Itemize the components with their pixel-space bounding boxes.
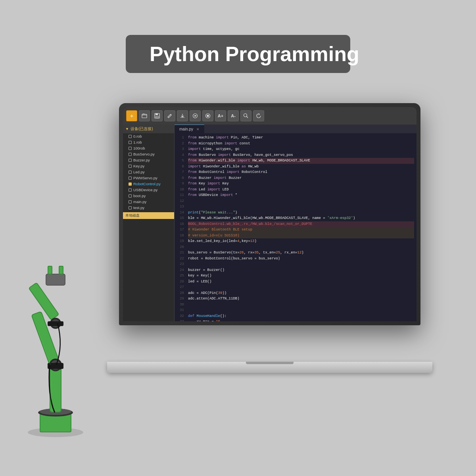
file-panel: ▼ 设备(已连接) 0.rob 1.rob 100rob bbox=[123, 125, 175, 321]
ide-main-area: ▼ 设备(已连接) 0.rob 1.rob 100rob bbox=[123, 125, 416, 321]
toolbar-download-btn[interactable] bbox=[177, 110, 188, 121]
code-line-27 bbox=[188, 284, 414, 290]
file-item-buzzer[interactable]: Buzzer.py bbox=[123, 157, 174, 163]
svg-rect-3 bbox=[156, 116, 158, 118]
toolbar-edit-btn[interactable] bbox=[164, 110, 175, 121]
code-tab-main[interactable]: main.py ✕ bbox=[175, 125, 204, 133]
svg-rect-6 bbox=[207, 115, 209, 117]
code-line-8: from Buzzer import Buzzer bbox=[188, 175, 414, 181]
code-line-22: robot = RobotControl(bus_servo = bus_ser… bbox=[188, 256, 414, 262]
robot-arm-svg bbox=[12, 246, 99, 444]
code-line-24: buzzer = Buzzer() bbox=[188, 267, 414, 273]
code-editor[interactable]: main.py ✕ 12345678910 111213141516171819… bbox=[175, 125, 416, 321]
screen-bezel: + A+ A- bbox=[123, 107, 416, 321]
file-icon bbox=[129, 206, 132, 209]
code-line-25: key = Key() bbox=[188, 273, 414, 279]
device-label: 设备(已连接) bbox=[131, 126, 153, 132]
line-numbers: 12345678910 11121314151617181920 2122232… bbox=[175, 133, 186, 321]
code-line-14: print("Please wait...") bbox=[188, 210, 414, 216]
code-line-30 bbox=[188, 302, 414, 308]
title-banner: Python Programming bbox=[126, 35, 350, 73]
file-icon bbox=[129, 147, 132, 150]
toolbar-search-btn[interactable] bbox=[240, 110, 251, 121]
local-folder-label: 本地磁盘 bbox=[123, 212, 174, 219]
code-line-17: # Hiwonder Bluetooth BLE setup bbox=[188, 227, 414, 233]
file-icon bbox=[129, 177, 132, 180]
code-line-18: # version_id=v(u SU1S10) bbox=[188, 233, 414, 239]
toolbar-open-btn[interactable] bbox=[139, 110, 150, 121]
code-line-16: BOOL_RobotControl.wb_ble_.rx_/HW_wb.ble_… bbox=[188, 221, 414, 227]
file-item-100rob[interactable]: 100rob bbox=[123, 145, 174, 151]
toolbar-refresh-btn[interactable] bbox=[253, 110, 264, 121]
file-item-key[interactable]: Key.py bbox=[123, 163, 174, 169]
svg-rect-34 bbox=[48, 321, 63, 326]
code-line-5: from Hiwonder.wifi_ble import HW_wb, MOD… bbox=[188, 158, 414, 164]
code-line-11: from USBDevice import * bbox=[188, 192, 414, 198]
file-item-1rob[interactable]: 1.rob bbox=[123, 139, 174, 145]
toolbar-run-btn[interactable] bbox=[190, 110, 201, 121]
code-line-21: bus_servo = BusServo(tx=26, rx=35, tx_en… bbox=[188, 250, 414, 256]
code-tab-bar: main.py ✕ bbox=[175, 125, 416, 133]
code-line-26: led = LED() bbox=[188, 279, 414, 285]
code-line-10: from Led import LED bbox=[188, 187, 414, 193]
file-item-usbdevice[interactable]: USBDevice.py bbox=[123, 187, 174, 193]
code-line-28: adc = ADC(Pin(39)) bbox=[188, 290, 414, 296]
file-item-led[interactable]: Led.py bbox=[123, 169, 174, 175]
file-icon bbox=[129, 194, 132, 198]
file-item-busservo[interactable]: BusServo.py bbox=[123, 151, 174, 157]
file-item-pwmservo[interactable]: PWMServo.py bbox=[123, 175, 174, 181]
code-lines: from machine import Pin, ADC, Timer from… bbox=[186, 133, 416, 321]
file-item-0rob[interactable]: 0.rob bbox=[123, 133, 174, 139]
file-panel-header: ▼ 设备(已连接) bbox=[123, 125, 174, 133]
code-line-4: from BusServo import BusServo, have_got_… bbox=[188, 152, 414, 158]
code-line-32: def MouseHandle(): bbox=[188, 313, 414, 319]
file-icon-active bbox=[129, 182, 132, 186]
code-line-3: import time, uctypes, gc bbox=[188, 146, 414, 152]
file-item-main[interactable]: main.py bbox=[123, 199, 174, 205]
code-line-1: from machine import Pin, ADC, Timer bbox=[188, 135, 414, 141]
svg-point-7 bbox=[244, 114, 247, 117]
file-icon bbox=[129, 165, 132, 168]
svg-rect-32 bbox=[60, 267, 63, 274]
svg-rect-28 bbox=[46, 274, 65, 285]
svg-rect-0 bbox=[142, 114, 147, 118]
code-line-12 bbox=[188, 198, 414, 204]
laptop-screen: + A+ A- bbox=[119, 103, 420, 325]
code-line-6: import Hiwonder_wifi_ble as HW_wb bbox=[188, 164, 414, 170]
file-item-test[interactable]: test.py bbox=[123, 205, 174, 211]
svg-rect-2 bbox=[155, 113, 158, 115]
file-item-robotcontrol[interactable]: RobotControl.py bbox=[123, 181, 174, 187]
laptop-base bbox=[107, 362, 432, 373]
file-item-boot[interactable]: boot.py bbox=[123, 193, 174, 199]
laptop-container: + A+ A- bbox=[107, 103, 432, 373]
code-line-31 bbox=[188, 307, 414, 313]
file-icon bbox=[129, 171, 132, 174]
code-line-9: from Key import Key bbox=[188, 181, 414, 187]
code-tab-label: main.py bbox=[179, 127, 193, 131]
laptop-hinge bbox=[246, 362, 294, 364]
toolbar-stop-btn[interactable] bbox=[202, 110, 213, 121]
page-title: Python Programming bbox=[150, 42, 359, 65]
code-line-15: ble = HW_wb.Hiwonder_wifi_ble(HW_wb.MODE… bbox=[188, 215, 414, 221]
code-line-20 bbox=[188, 244, 414, 250]
code-line-23 bbox=[188, 261, 414, 267]
code-line-33: xy_max = 16 bbox=[188, 319, 414, 321]
toolbar-new-btn[interactable]: + bbox=[126, 110, 137, 121]
file-icon bbox=[129, 135, 132, 138]
file-icon bbox=[129, 141, 132, 144]
file-icon bbox=[129, 153, 132, 156]
svg-rect-31 bbox=[48, 267, 52, 274]
code-line-13 bbox=[188, 204, 414, 210]
toolbar-save-btn[interactable] bbox=[152, 110, 163, 121]
file-icon bbox=[129, 159, 132, 162]
toolbar-font-decrease-btn[interactable]: A- bbox=[228, 110, 239, 121]
file-icon bbox=[129, 200, 132, 203]
toolbar-font-increase-btn[interactable]: A+ bbox=[215, 110, 226, 121]
ide-toolbar: + A+ A- bbox=[123, 107, 416, 125]
robot-arm bbox=[12, 246, 99, 444]
file-icon bbox=[129, 188, 132, 192]
code-line-2: from micropython import const bbox=[188, 141, 414, 147]
code-line-29: adc.atten(ADC.ATTN_11DB) bbox=[188, 296, 414, 302]
code-line-7: from RobotControl import RobotControl bbox=[188, 169, 414, 175]
code-line-19: ble.set_led_key_io(led=4,key=13) bbox=[188, 238, 414, 244]
